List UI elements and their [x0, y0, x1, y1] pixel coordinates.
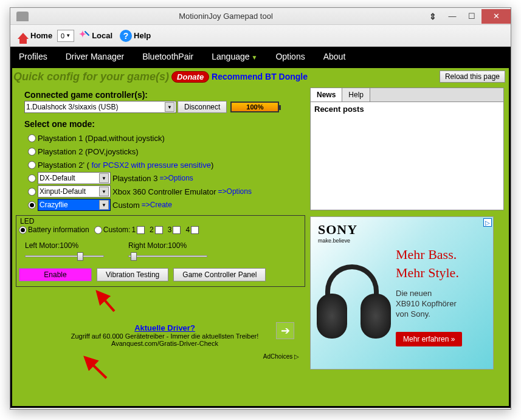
recent-posts-heading: Recent posts	[311, 102, 503, 116]
pcsx2-link[interactable]: for PCSX2 with pressure sensitive	[91, 160, 211, 170]
led-4-checkbox[interactable]	[191, 226, 199, 234]
mode-dx[interactable]: DX-Default▼ Playstation 3 =>Options	[28, 171, 305, 185]
mode-xinput[interactable]: Xinput-Default▼ Xbox 360 Controller Emul…	[28, 185, 305, 198]
enable-button[interactable]: Enable	[19, 268, 92, 281]
mode-ps1[interactable]: Playstation 1 (Dpad,without joystick)	[28, 131, 305, 145]
controller-select[interactable]: 1.Dualshock 3/sixaxis (USB) ▼	[24, 101, 176, 113]
led-battery-radio[interactable]	[19, 226, 27, 234]
radio-icon	[28, 201, 36, 209]
battery-indicator: 100%	[230, 102, 279, 112]
minimize-button[interactable]: —	[443, 9, 462, 24]
menubar: Profiles Driver Manager BluetoothPair La…	[10, 47, 511, 66]
tab-news[interactable]: News	[311, 88, 342, 102]
mode-ps2-label: Playstation 2 (POV,joysticks)	[38, 147, 139, 156]
config-panel: Connected game controller(s): 1.Dualshoc…	[12, 85, 310, 404]
local-button[interactable]: Local	[77, 29, 115, 43]
home-button[interactable]: Home	[15, 30, 55, 41]
text-ad-line1: Zugriff auf 60.000 Gerätetreiber - Immer…	[24, 332, 305, 340]
custom-profile-select[interactable]: Crazyflie▼	[38, 199, 111, 211]
text-ad-go-button[interactable]: ➔	[276, 322, 294, 339]
vibration-test-button[interactable]: Vibration Testing	[97, 268, 168, 281]
app-window: MotioninJoy Gamepad tool ⇕ — ☐ ✕ Home 0▼…	[10, 7, 511, 410]
text-ad[interactable]: Aktuelle Driver? Zugriff auf 60.000 Gerä…	[24, 323, 305, 347]
custom-create-link[interactable]: =>Create	[142, 201, 172, 209]
header-row: Quick config for your game(s) Donate Rec…	[12, 68, 509, 85]
led-2-checkbox[interactable]	[155, 226, 163, 234]
help-icon: ?	[120, 30, 132, 42]
bt-dongle-link[interactable]: Recommend BT Dongle	[212, 72, 308, 81]
led-3-checkbox[interactable]	[173, 226, 181, 234]
right-motor-group: Right Motor:100%	[128, 241, 207, 262]
gamepad-icon	[16, 12, 29, 21]
tab-help[interactable]: Help	[342, 88, 370, 102]
led-1-label: 1	[131, 225, 136, 234]
ad-headline-1: Mehr Bass.	[396, 247, 493, 262]
led-battery-label: Battery information	[28, 225, 89, 234]
left-motor-group: Left Motor:100%	[25, 241, 104, 262]
chevron-down-icon: ▼	[252, 54, 258, 61]
sony-tagline: make.believe	[318, 238, 493, 244]
xi-label: Xbox 360 Controller Emulator	[112, 187, 216, 196]
ad-headline-2: Mehr Style.	[396, 266, 493, 280]
headphones-icon	[314, 264, 393, 362]
radio-icon	[28, 161, 36, 169]
menu-language-label: Language	[212, 52, 249, 61]
dx-label: Playstation 3	[112, 174, 157, 183]
dx-options-link[interactable]: =>Options	[159, 174, 193, 182]
menu-driver-manager[interactable]: Driver Manager	[63, 48, 126, 65]
chevron-down-icon: ▼	[165, 102, 174, 112]
window-title: MotioninJoy Gamepad tool	[29, 12, 423, 21]
side-panel: News Help Recent posts ▷ SONY make.belie…	[310, 85, 509, 404]
dx-select-value: DX-Default	[40, 174, 75, 182]
page-title: Quick config for your game(s)	[13, 71, 169, 83]
ad-cta-button[interactable]: Mehr erfahren »	[396, 332, 462, 346]
ad-body-2: XB910 Kopfhörer	[396, 299, 493, 309]
donate-button[interactable]: Donate	[171, 71, 209, 83]
mode-ps2[interactable]: Playstation 2 (POV,joysticks)	[28, 145, 305, 158]
help-label: Help	[134, 31, 151, 40]
maximize-button[interactable]: ☐	[462, 9, 481, 24]
home-icon	[18, 33, 29, 39]
page-body: Quick config for your game(s) Donate Rec…	[12, 68, 509, 406]
home-label: Home	[30, 31, 52, 40]
news-box: News Help Recent posts	[310, 88, 504, 210]
led-legend: LED	[19, 217, 35, 225]
xinput-profile-select[interactable]: Xinput-Default▼	[38, 185, 111, 198]
ad-close-icon[interactable]: ▷	[483, 218, 492, 227]
adchoices-label[interactable]: AdChoices ▷	[24, 353, 299, 360]
chevron-down-icon: ▼	[99, 200, 109, 210]
left-motor-label: Left Motor:100%	[25, 241, 104, 250]
xi-options-link[interactable]: =>Options	[218, 187, 252, 196]
led-fieldset: LED Battery information Custom: 1 2 3 4	[16, 215, 305, 287]
led-1-checkbox[interactable]	[137, 226, 145, 234]
toolbar: Home 0▼ Local ? Help	[10, 25, 511, 47]
mode-custom[interactable]: Crazyflie▼ Custom =>Create	[28, 198, 305, 212]
menu-bluetooth-pair[interactable]: BluetoothPair	[140, 48, 196, 65]
close-button[interactable]: ✕	[481, 9, 511, 24]
right-motor-label: Right Motor:100%	[128, 241, 207, 250]
titlebar: MotioninJoy Gamepad tool ⇕ — ☐ ✕	[10, 8, 511, 25]
left-motor-slider[interactable]	[25, 251, 104, 262]
menu-language[interactable]: Language▼	[209, 48, 260, 65]
menu-profiles[interactable]: Profiles	[16, 48, 50, 65]
home-index-select[interactable]: 0▼	[57, 30, 74, 42]
custom-select-value: Crazyflie	[40, 201, 68, 209]
sony-ad[interactable]: ▷ SONY make.believe Mehr Bass. Mehr Styl…	[310, 216, 494, 370]
help-button[interactable]: ? Help	[117, 29, 153, 43]
ad-body-3: von Sony.	[396, 309, 493, 320]
local-label: Local	[92, 31, 112, 40]
controllers-label: Connected game controller(s):	[24, 90, 305, 100]
menu-about[interactable]: About	[321, 48, 348, 65]
dx-profile-select[interactable]: DX-Default▼	[38, 172, 111, 184]
reload-button[interactable]: Reload this page	[440, 71, 505, 83]
radio-icon	[28, 174, 36, 182]
game-controller-panel-button[interactable]: Game Controller Panel	[173, 268, 266, 281]
home-index-value: 0	[61, 32, 64, 40]
mode-ps2-pcsx2[interactable]: Playstation 2' ( for PCSX2 with pressure…	[28, 158, 305, 171]
restore-down-button[interactable]: ⇕	[423, 9, 443, 24]
menu-options[interactable]: Options	[273, 48, 307, 65]
disconnect-button[interactable]: Disconnect	[178, 101, 227, 113]
right-motor-slider[interactable]	[128, 251, 207, 262]
chevron-down-icon: ▼	[99, 187, 109, 196]
led-custom-radio[interactable]	[94, 226, 102, 234]
